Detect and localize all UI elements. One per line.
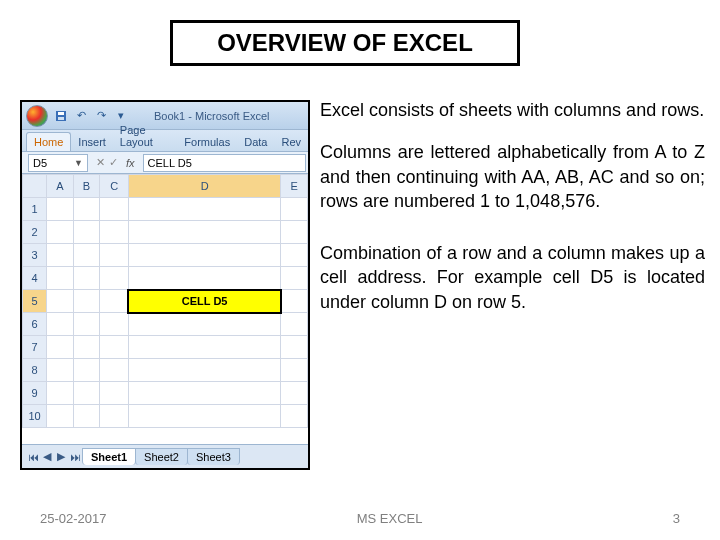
cell[interactable] [47,336,74,359]
cell[interactable] [47,359,74,382]
cell[interactable] [128,267,280,290]
cell[interactable] [73,382,100,405]
cell[interactable] [73,359,100,382]
cell-d5[interactable]: CELL D5 [128,290,280,313]
row-header[interactable]: 5 [23,290,47,313]
cancel-icon[interactable]: ✕ [96,156,105,169]
tab-data[interactable]: Data [237,133,274,151]
row-header[interactable]: 6 [23,313,47,336]
tab-home[interactable]: Home [26,132,71,151]
paragraph-3: Combination of a row and a column makes … [320,241,705,314]
svg-rect-2 [58,117,64,120]
formula-bar[interactable]: CELL D5 [143,154,306,172]
cell[interactable] [100,359,129,382]
office-button-icon[interactable] [26,105,48,127]
tab-insert[interactable]: Insert [71,133,113,151]
select-all-corner[interactable] [23,175,47,198]
cell[interactable] [281,244,308,267]
cell[interactable] [128,221,280,244]
sheet-tab-1[interactable]: Sheet1 [82,448,136,465]
row-header[interactable]: 9 [23,382,47,405]
cell[interactable] [73,336,100,359]
sheet-tab-2[interactable]: Sheet2 [135,448,188,465]
cell[interactable] [73,267,100,290]
row-header[interactable]: 7 [23,336,47,359]
row-header[interactable]: 4 [23,267,47,290]
spreadsheet-grid[interactable]: A B C D E 1 2 3 4 5CELL D5 6 7 8 9 10 [22,174,308,444]
cell[interactable] [128,198,280,221]
tab-review[interactable]: Rev [274,133,308,151]
cell[interactable] [100,198,129,221]
cell[interactable] [128,313,280,336]
slide-title: OVERVIEW OF EXCEL [170,20,520,66]
fx-icon[interactable]: fx [126,157,135,169]
cell[interactable] [100,313,129,336]
cell[interactable] [47,382,74,405]
cell[interactable] [281,221,308,244]
last-sheet-icon[interactable]: ⏭ [68,451,82,463]
cell[interactable] [47,405,74,428]
row-header[interactable]: 3 [23,244,47,267]
col-header-d[interactable]: D [128,175,280,198]
cell[interactable] [281,198,308,221]
slide-body: Excel consists of sheets with columns an… [320,98,705,332]
cell[interactable] [100,244,129,267]
name-box[interactable]: D5 ▼ [28,154,88,172]
undo-icon[interactable]: ↶ [74,109,88,123]
cell[interactable] [73,244,100,267]
cell[interactable] [73,290,100,313]
cell[interactable] [281,382,308,405]
first-sheet-icon[interactable]: ⏮ [26,451,40,463]
cell[interactable] [281,313,308,336]
cell[interactable] [47,221,74,244]
ribbon-tabs: Home Insert Page Layout Formulas Data Re… [22,130,308,152]
col-header-a[interactable]: A [47,175,74,198]
footer-title: MS EXCEL [357,511,423,526]
cell[interactable] [73,198,100,221]
cell[interactable] [281,359,308,382]
cell[interactable] [281,290,308,313]
cell[interactable] [128,244,280,267]
cell[interactable] [281,405,308,428]
enter-icon[interactable]: ✓ [109,156,118,169]
redo-icon[interactable]: ↷ [94,109,108,123]
col-header-c[interactable]: C [100,175,129,198]
cell[interactable] [100,336,129,359]
row-header[interactable]: 10 [23,405,47,428]
cell[interactable] [128,405,280,428]
cell[interactable] [100,405,129,428]
cell[interactable] [281,336,308,359]
name-box-dropdown-icon[interactable]: ▼ [74,158,83,168]
row-header[interactable]: 2 [23,221,47,244]
footer-page-number: 3 [673,511,680,526]
cell[interactable] [73,221,100,244]
cell[interactable] [47,244,74,267]
tab-formulas[interactable]: Formulas [177,133,237,151]
formula-bar-value: CELL D5 [148,157,192,169]
cell[interactable] [73,405,100,428]
cell[interactable] [47,198,74,221]
col-header-b[interactable]: B [73,175,100,198]
cell[interactable] [47,313,74,336]
cell[interactable] [128,359,280,382]
save-icon[interactable] [54,109,68,123]
cell[interactable] [47,290,74,313]
paragraph-1: Excel consists of sheets with columns an… [320,98,705,122]
cell[interactable] [281,267,308,290]
excel-screenshot: ↶ ↷ ▾ Book1 - Microsoft Excel Home Inser… [20,100,310,470]
row-header[interactable]: 1 [23,198,47,221]
row-header[interactable]: 8 [23,359,47,382]
cell[interactable] [100,221,129,244]
cell[interactable] [128,382,280,405]
cell[interactable] [128,336,280,359]
tab-page-layout[interactable]: Page Layout [113,121,177,151]
cell[interactable] [100,267,129,290]
cell[interactable] [100,290,129,313]
cell[interactable] [100,382,129,405]
prev-sheet-icon[interactable]: ◀ [40,450,54,463]
next-sheet-icon[interactable]: ▶ [54,450,68,463]
sheet-tab-3[interactable]: Sheet3 [187,448,240,465]
cell[interactable] [73,313,100,336]
col-header-e[interactable]: E [281,175,308,198]
cell[interactable] [47,267,74,290]
